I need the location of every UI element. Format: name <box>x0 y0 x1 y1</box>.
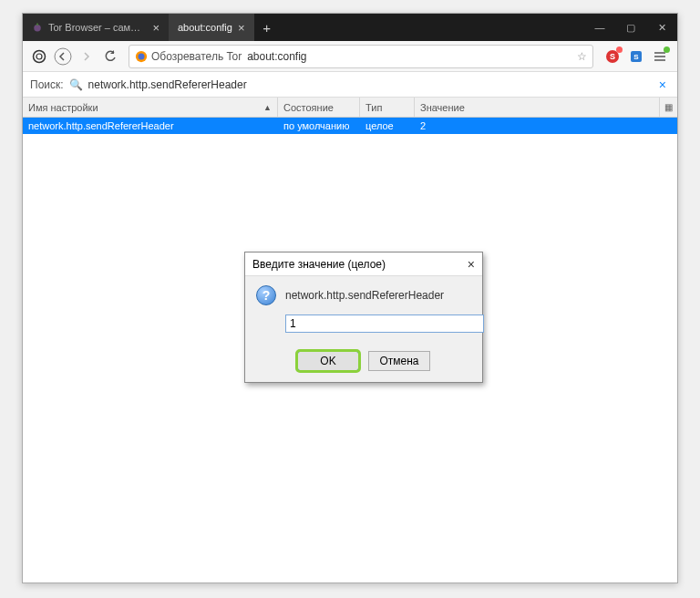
config-search-bar: Поиск: 🔍 × <box>23 72 677 98</box>
pref-name-cell: network.http.sendRefererHeader <box>23 118 278 134</box>
minimize-button[interactable]: — <box>584 14 615 41</box>
window-controls: — ▢ ✕ <box>584 14 677 41</box>
close-icon[interactable]: × <box>238 21 245 35</box>
column-type[interactable]: Тип <box>360 98 415 117</box>
tab-about-config[interactable]: about:config × <box>169 14 254 41</box>
bookmark-star-icon[interactable]: ☆ <box>577 50 587 63</box>
identity-label: Обозреватель Tor <box>151 50 242 63</box>
search-label: Поиск: <box>30 78 64 91</box>
dialog-body: ? network.http.sendRefererHeader <box>245 276 482 342</box>
cancel-button[interactable]: Отмена <box>368 351 430 371</box>
svg-point-1 <box>34 50 46 62</box>
sort-indicator-icon: ▲ <box>263 103 272 112</box>
svg-text:S: S <box>633 53 639 61</box>
address-bar[interactable]: Обозреватель Tor about:config ☆ <box>129 45 593 68</box>
dialog-pref-name: network.http.sendRefererHeader <box>285 289 444 302</box>
dialog-buttons: OK Отмена <box>245 342 482 382</box>
close-window-button[interactable]: ✕ <box>646 14 677 41</box>
search-input[interactable] <box>88 78 650 91</box>
back-button[interactable] <box>52 46 74 67</box>
https-everywhere-icon[interactable]: S <box>628 48 644 65</box>
pref-type-cell: целое <box>360 118 415 134</box>
notification-badge <box>616 46 623 53</box>
noscript-icon[interactable]: S <box>604 48 621 65</box>
toolbar-extensions: S S <box>601 48 672 65</box>
tor-circuit-icon[interactable] <box>28 46 50 67</box>
reload-button[interactable] <box>99 46 121 67</box>
dialog-titlebar: Введите значение (целое) × <box>245 253 482 276</box>
new-tab-button[interactable]: + <box>254 14 280 41</box>
firefox-icon <box>135 50 148 63</box>
url-text: about:config <box>247 50 306 63</box>
column-name[interactable]: Имя настройки ▲ <box>23 98 278 117</box>
close-icon[interactable]: × <box>152 21 160 35</box>
close-icon[interactable]: × <box>468 257 475 272</box>
maximize-button[interactable]: ▢ <box>615 14 646 41</box>
clear-search-icon[interactable]: × <box>655 77 670 92</box>
svg-point-2 <box>36 54 42 59</box>
onion-icon <box>32 22 43 33</box>
value-input[interactable] <box>285 314 484 333</box>
column-value[interactable]: Значение <box>415 98 659 117</box>
titlebar: Tor Browser – самый защище × about:confi… <box>23 14 677 41</box>
dialog-title: Введите значение (целое) <box>252 258 386 271</box>
tab-label: about:config <box>178 22 232 33</box>
svg-text:S: S <box>610 52 615 61</box>
pref-value-cell: 2 <box>415 118 677 134</box>
svg-point-3 <box>55 48 71 65</box>
ok-button[interactable]: OK <box>297 351 359 371</box>
column-picker-icon[interactable]: ▦ <box>659 98 677 117</box>
search-icon: 🔍 <box>69 78 83 91</box>
menu-icon[interactable] <box>652 48 668 65</box>
svg-point-5 <box>139 53 145 59</box>
navigation-toolbar: Обозреватель Tor about:config ☆ S S <box>23 41 677 72</box>
forward-button[interactable] <box>76 46 98 67</box>
pref-state-cell: по умолчанию <box>278 118 360 134</box>
svg-point-0 <box>34 25 41 32</box>
notification-badge <box>664 46 670 53</box>
tab-tor-browser[interactable]: Tor Browser – самый защище × <box>23 14 169 41</box>
question-icon: ? <box>256 285 276 305</box>
value-prompt-dialog: Введите значение (целое) × ? network.htt… <box>244 252 483 383</box>
config-table-header: Имя настройки ▲ Состояние Тип Значение ▦ <box>23 98 677 118</box>
column-state[interactable]: Состояние <box>278 98 360 117</box>
table-row[interactable]: network.http.sendRefererHeader по умолча… <box>23 118 677 134</box>
identity-box[interactable]: Обозреватель Tor <box>135 50 242 63</box>
tab-label: Tor Browser – самый защище <box>48 22 147 33</box>
